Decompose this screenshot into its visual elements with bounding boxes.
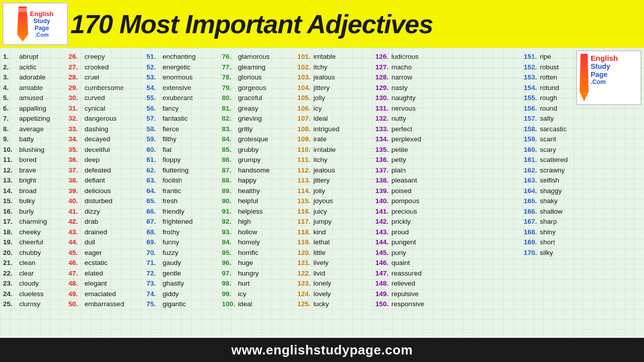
word-number: 59. [146, 134, 163, 145]
word-label: glorious [238, 72, 262, 83]
list-item: 148. relieved [375, 279, 454, 289]
columns-wrapper: 1. abrupt 2. acidic 3. adorable 4. amiab… [0, 48, 644, 337]
word-number: 4. [3, 83, 19, 94]
column-5: 101. irritable 102. itchy 103. jealous 1… [295, 51, 373, 337]
word-label: eager [85, 248, 102, 258]
word-label: foolish [163, 175, 182, 186]
list-item: 165. shaky [524, 196, 641, 207]
word-number: 14. [3, 186, 19, 197]
word-number: 85. [222, 145, 238, 155]
word-number: 49. [68, 289, 85, 300]
list-item: 141. precious [375, 207, 454, 217]
word-label: exuberant [163, 93, 193, 104]
list-item: 63. foolish [146, 175, 218, 186]
word-number: 102. [297, 62, 313, 73]
list-item: 93. hollow [222, 227, 293, 238]
list-item: 145. puny [375, 248, 454, 258]
list-item: 137. plain [375, 165, 454, 176]
list-item: 76. glamorous [222, 52, 293, 62]
word-number: 147. [375, 268, 391, 279]
word-number: 81. [222, 104, 238, 114]
list-item: 168. shiny [524, 227, 641, 238]
logo-right-page: Page [591, 70, 618, 78]
word-label: drab [85, 217, 98, 227]
list-item: 16. burly [3, 207, 64, 217]
word-label: amiable [19, 83, 43, 94]
list-item: 75. gigantic [146, 299, 218, 310]
word-label: helpless [238, 207, 263, 217]
list-item: 86. grumpy [222, 155, 293, 165]
word-number: 27. [68, 62, 85, 73]
list-item: 126. ludicrous [375, 52, 454, 62]
list-item: 138. pleasant [375, 175, 454, 186]
list-item: 25. clumsy [3, 299, 64, 310]
word-label: extensive [163, 83, 191, 94]
list-item: 7. appetizing [3, 114, 64, 124]
list-item: 143. proud [375, 227, 454, 238]
word-label: brave [19, 165, 36, 176]
word-number: 25. [3, 299, 19, 310]
word-label: kind [313, 227, 326, 238]
word-number: 67. [146, 217, 163, 227]
list-item: 161. scattered [524, 155, 641, 165]
list-item: 163. selfish [524, 175, 641, 186]
word-label: frightened [163, 217, 193, 227]
list-item: 13. bright [3, 175, 64, 186]
list-item: 94. homely [222, 237, 293, 248]
word-label: floppy [163, 155, 181, 165]
list-item: 133. perfect [375, 124, 454, 135]
word-label: drained [85, 227, 107, 238]
word-label: deceitful [85, 145, 110, 155]
list-item: 11. bored [3, 155, 64, 165]
word-number: 89. [222, 186, 238, 197]
list-item: 157. salty [524, 114, 641, 124]
word-label: hungry [238, 268, 259, 279]
list-item: 38. defiant [68, 175, 142, 186]
word-number: 149. [375, 289, 391, 300]
list-item: 14. broad [3, 186, 64, 197]
word-number: 144. [375, 237, 391, 248]
word-label: fresh [163, 196, 178, 207]
word-label: rough [540, 93, 557, 104]
word-number: 152. [524, 62, 540, 73]
list-item: 59. filthy [146, 134, 218, 145]
word-number: 39. [68, 186, 85, 197]
word-number: 87. [222, 165, 238, 176]
word-label: grieving [238, 114, 262, 124]
word-number: 15. [3, 196, 19, 207]
list-item: 109. irate [297, 134, 371, 145]
word-number: 135. [375, 145, 391, 155]
list-item: 4. amiable [3, 83, 64, 94]
word-label: deep [85, 155, 100, 165]
list-item: 8. average [3, 124, 64, 135]
word-label: perfect [391, 124, 412, 135]
word-number: 34. [68, 134, 85, 145]
word-label: frantic [163, 186, 181, 197]
word-label: icy [313, 104, 322, 114]
list-item: 131. nervous [375, 104, 454, 114]
word-number: 20. [3, 248, 19, 258]
word-number: 128. [375, 72, 391, 83]
word-label: responsive [391, 299, 424, 310]
word-label: dizzy [85, 207, 100, 217]
list-item: 92. high [222, 217, 293, 227]
word-label: sharp [540, 217, 557, 227]
word-number: 37. [68, 165, 85, 176]
word-label: macho [391, 62, 412, 73]
word-label: emaciated [85, 289, 116, 300]
word-label: cheerful [19, 237, 43, 248]
list-item: 22. clear [3, 268, 64, 279]
word-number: 131. [375, 104, 391, 114]
word-label: gentle [163, 268, 181, 279]
word-number: 47. [68, 268, 85, 279]
word-number: 6. [3, 104, 19, 114]
list-item: 27. crooked [68, 62, 142, 73]
list-item: 129. nasty [375, 83, 454, 94]
word-label: lonely [313, 279, 331, 289]
word-label: clear [19, 268, 34, 279]
list-item: 33. dashing [68, 124, 142, 135]
word-label: selfish [540, 175, 559, 186]
word-label: adorable [19, 72, 46, 83]
list-item: 61. floppy [146, 155, 218, 165]
list-item: 160. scary [524, 145, 641, 155]
